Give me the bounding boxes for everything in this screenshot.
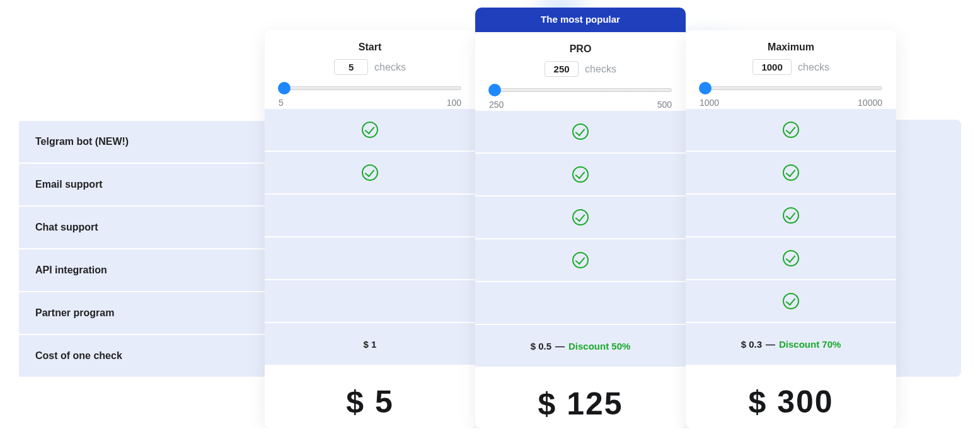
cell-start-partner — [265, 279, 475, 322]
cell-start-telegram — [265, 108, 475, 151]
check-icon — [572, 166, 589, 183]
price-pro: $ 125 — [475, 367, 686, 428]
cell-start-email — [265, 151, 475, 193]
discount-max: Discount 70% — [779, 339, 841, 350]
slider-max-pro: 500 — [657, 100, 672, 110]
feature-label-chat: Chat support — [19, 205, 265, 248]
feature-label-cost: Cost of one check — [19, 334, 265, 377]
slider-max[interactable]: 1000 10000 — [698, 86, 884, 108]
feature-label-email: Email support — [19, 163, 265, 205]
check-icon — [572, 252, 589, 268]
cell-start-chat — [265, 193, 475, 236]
feature-labels-column: Telgram bot (NEW!) Email support Chat su… — [19, 8, 265, 428]
cell-max-cost: $ 0.3 — Discount 70% — [686, 322, 896, 365]
checks-input-pro[interactable] — [545, 61, 579, 77]
cell-max-api — [686, 236, 896, 279]
check-icon — [783, 207, 799, 224]
check-icon — [783, 293, 799, 309]
plan-name-pro: PRO — [488, 43, 673, 55]
check-icon — [783, 122, 799, 138]
slider-pro[interactable]: 250 500 — [488, 88, 673, 110]
cell-start-api — [265, 236, 475, 279]
cell-pro-cost: $ 0.5 — Discount 50% — [475, 324, 686, 367]
cell-max-partner — [686, 279, 896, 322]
plan-card-pro: The most popular PRO checks 250 500 — [475, 30, 686, 428]
cell-pro-api — [475, 238, 686, 281]
checks-input-start[interactable] — [334, 59, 368, 75]
check-icon — [572, 123, 589, 140]
plan-name-max: Maximum — [698, 42, 884, 53]
discount-pro: Discount 50% — [568, 341, 630, 351]
check-icon — [362, 164, 378, 181]
checks-label: checks — [374, 62, 406, 73]
price-max: $ 300 — [686, 365, 896, 426]
checks-input-max[interactable] — [752, 59, 792, 75]
slider-thumb-icon[interactable] — [278, 82, 291, 94]
cell-pro-chat — [475, 195, 686, 238]
slider-thumb-icon[interactable] — [699, 82, 712, 94]
slider-max-max: 10000 — [858, 98, 882, 108]
cell-pro-partner — [475, 281, 686, 324]
feature-label-telegram: Telgram bot (NEW!) — [19, 120, 265, 163]
cell-pro-email — [475, 152, 686, 195]
slider-min-max: 1000 — [700, 98, 719, 108]
check-icon — [572, 209, 589, 226]
slider-min-pro: 250 — [489, 100, 504, 110]
feature-label-api: API integration — [19, 248, 265, 291]
most-popular-badge: The most popular — [475, 8, 686, 32]
price-start: $ 5 — [265, 365, 475, 426]
feature-label-partner: Partner program — [19, 291, 265, 334]
slider-thumb-icon[interactable] — [488, 84, 501, 96]
checks-label: checks — [798, 62, 829, 73]
cell-max-email — [686, 151, 896, 193]
slider-start[interactable]: 5 100 — [277, 86, 463, 108]
cell-max-chat — [686, 193, 896, 236]
plan-card-start: Start checks 5 100 — [265, 30, 475, 428]
plan-card-max: Maximum checks 1000 10000 — [686, 30, 896, 428]
plan-name-start: Start — [277, 42, 463, 53]
cell-max-telegram — [686, 108, 896, 151]
cell-start-cost: $ 1 — [265, 322, 475, 365]
cell-pro-telegram — [475, 110, 686, 152]
check-icon — [783, 164, 799, 181]
check-icon — [362, 122, 378, 138]
slider-min-start: 5 — [279, 98, 284, 108]
check-icon — [783, 250, 799, 266]
checks-label: checks — [585, 64, 616, 75]
slider-max-start: 100 — [447, 98, 461, 108]
